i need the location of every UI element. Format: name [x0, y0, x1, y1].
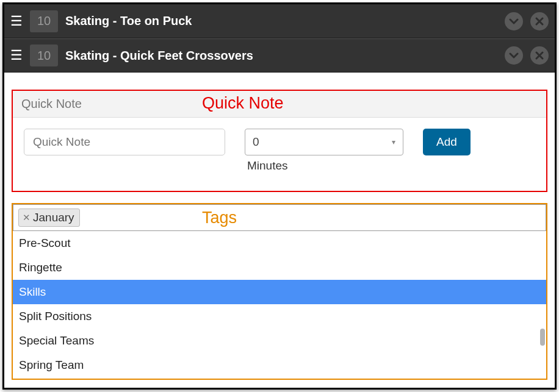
drag-handle-icon[interactable]: ☰: [10, 15, 23, 28]
app-frame: ☰ 10 Skating - Toe on Puck ☰ 10 Skating …: [2, 2, 557, 390]
chevron-down-icon: [509, 16, 519, 26]
chevron-down-icon: [509, 51, 519, 60]
tag-option-skills[interactable]: Skills: [13, 280, 546, 304]
scrollbar-thumb[interactable]: [540, 329, 545, 346]
minutes-group: 0 ▾ Minutes: [245, 129, 403, 173]
drill-minutes-badge[interactable]: 10: [30, 45, 58, 66]
close-icon: [535, 51, 544, 60]
drill-title: Skating - Toe on Puck: [65, 14, 497, 28]
tag-option-pre-scout[interactable]: Pre-Scout: [13, 231, 546, 255]
minutes-select[interactable]: 0 ▾: [245, 129, 403, 155]
drill-title: Skating - Quick Feet Crossovers: [65, 49, 497, 63]
expand-button[interactable]: [505, 46, 523, 65]
tag-option-ringette[interactable]: Ringette: [13, 255, 546, 280]
caret-down-icon: ▾: [392, 138, 395, 146]
expand-button[interactable]: [505, 12, 523, 30]
tags-input[interactable]: ✕ January: [13, 204, 546, 231]
tag-option-spring-team[interactable]: Spring Team: [13, 353, 546, 375]
tag-option-split-positions[interactable]: Split Positions: [13, 304, 546, 329]
add-button[interactable]: Add: [423, 129, 471, 155]
drag-handle-icon[interactable]: ☰: [10, 49, 23, 62]
quick-note-body: 0 ▾ Minutes Add: [13, 118, 546, 191]
close-icon: [535, 16, 544, 26]
tag-chip: ✕ January: [18, 208, 80, 227]
minutes-value: 0: [253, 135, 259, 149]
drill-row: ☰ 10 Skating - Quick Feet Crossovers: [4, 38, 555, 73]
drill-row: ☰ 10 Skating - Toe on Puck: [4, 4, 555, 38]
tags-annotation: Tags: [202, 208, 237, 227]
remove-button[interactable]: [530, 46, 549, 65]
tags-dropdown: Pre-Scout Ringette Skills Split Position…: [13, 231, 546, 375]
drill-minutes-badge[interactable]: 10: [30, 10, 58, 32]
minutes-label: Minutes: [245, 159, 403, 173]
remove-tag-icon[interactable]: ✕: [23, 212, 31, 223]
tag-chip-label: January: [33, 211, 74, 224]
tag-option-special-teams[interactable]: Special Teams: [13, 329, 546, 353]
quick-note-input[interactable]: [24, 129, 225, 155]
quick-note-annotation: Quick Note: [202, 94, 284, 113]
remove-button[interactable]: [530, 12, 549, 30]
tags-panel: Tags ✕ January Pre-Scout Ringette Skills…: [12, 203, 547, 380]
quick-note-panel: Quick Note Quick Note 0 ▾ Minutes Add: [12, 90, 547, 192]
